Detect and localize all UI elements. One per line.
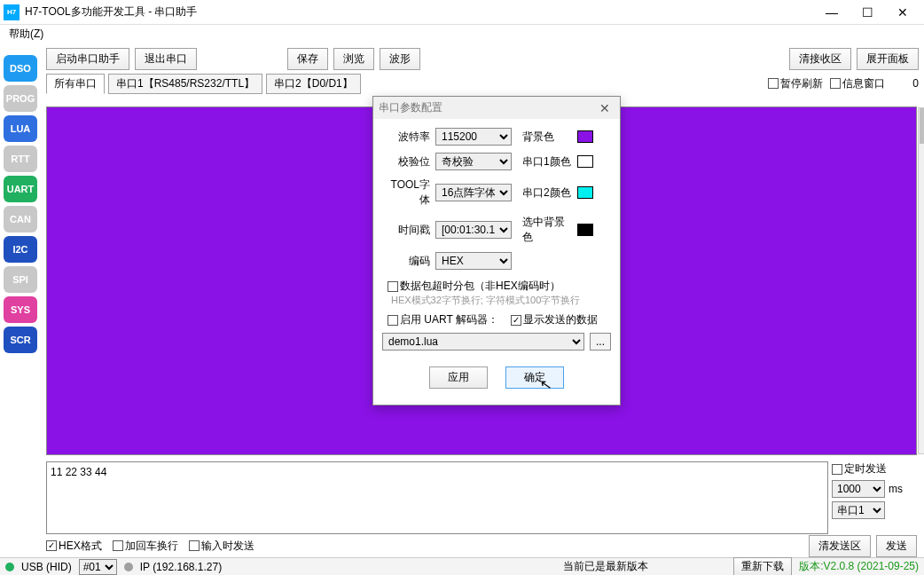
timed-send-label: 定时发送 — [844, 461, 887, 477]
interval-unit: ms — [889, 483, 903, 495]
side-spi[interactable]: SPI — [4, 266, 37, 293]
encoding-select[interactable]: HEX — [435, 252, 512, 270]
show-sent-label: 显示发送的数据 — [523, 312, 598, 327]
info-window-checkbox[interactable]: 信息窗口 — [830, 76, 885, 91]
usb-status-label: USB (HID) — [21, 561, 72, 573]
side-lua[interactable]: LUA — [4, 115, 37, 142]
baud-label: 波特率 — [382, 130, 430, 145]
receive-scrollbar[interactable] — [918, 107, 924, 454]
exit-serial-button[interactable]: 退出串口 — [135, 48, 197, 70]
tab-port2[interactable]: 串口2【D0/D1】 — [266, 74, 361, 94]
side-can[interactable]: CAN — [4, 206, 37, 232]
toolbar: 启动串口助手 退出串口 保存 浏览 波形 清接收区 展开面板 — [0, 44, 924, 74]
version-label: 版本:V2.0.8 (2021-09-25) — [799, 559, 919, 574]
port-tabs: 所有串口 串口1【RS485/RS232/TTL】 串口2【D0/D1】 暂停刷… — [0, 74, 924, 93]
send-on-type-label: 输入时发送 — [201, 539, 254, 554]
hex-format-checkbox[interactable]: HEX格式 — [46, 539, 102, 554]
serial-config-dialog: 串口参数配置 ✕ 波特率 115200 背景色 校验位 奇校验 串口1颜色 TO… — [372, 96, 621, 406]
app-icon: H7 — [4, 4, 20, 20]
add-cr-checkbox[interactable]: 加回车换行 — [113, 539, 178, 554]
pause-refresh-label: 暂停刷新 — [780, 76, 823, 91]
side-prog[interactable]: PROG — [4, 85, 37, 112]
sel-bg-swatch[interactable] — [577, 224, 593, 236]
menu-help[interactable]: 帮助(Z) — [4, 26, 49, 42]
port1-color-swatch[interactable] — [577, 155, 593, 168]
encoding-label: 编码 — [382, 254, 430, 269]
clear-send-button[interactable]: 清发送区 — [809, 535, 871, 557]
tab-port1[interactable]: 串口1【RS485/RS232/TTL】 — [108, 74, 262, 94]
send-button[interactable]: 发送 — [876, 535, 917, 557]
pkt-timeout-checkbox[interactable]: 数据包超时分包（非HEX编码时） — [388, 279, 560, 294]
ok-button[interactable]: 确定 — [505, 366, 564, 389]
add-cr-label: 加回车换行 — [125, 539, 178, 554]
port1-color-label: 串口1颜色 — [522, 154, 572, 169]
enable-decoder-checkbox[interactable]: 启用 UART 解码器： — [388, 312, 498, 327]
side-i2c[interactable]: I2C — [4, 236, 37, 263]
status-bar: USB (HID) #01 IP (192.168.1.27) 当前已是最新版本… — [0, 557, 924, 575]
pause-refresh-checkbox[interactable]: 暂停刷新 — [768, 76, 823, 91]
side-toolstrip: DSO PROG LUA RTT UART CAN I2C SPI SYS SC… — [4, 55, 39, 353]
bg-color-swatch[interactable] — [577, 130, 593, 143]
dialog-close-icon[interactable]: ✕ — [595, 101, 615, 115]
enable-decoder-label: 启用 UART 解码器： — [400, 312, 498, 327]
font-select[interactable]: 16点阵字体 — [435, 184, 512, 201]
interval-select[interactable]: 1000 — [832, 480, 885, 498]
info-window-label: 信息窗口 — [842, 76, 885, 91]
port2-color-swatch[interactable] — [577, 186, 593, 199]
usb-status-dot — [5, 563, 14, 571]
timestamp-label: 时间戳 — [382, 223, 430, 238]
hex-format-label: HEX格式 — [59, 539, 102, 554]
send-text-area[interactable]: 11 22 33 44 — [46, 461, 828, 534]
side-dso[interactable]: DSO — [4, 55, 37, 82]
dialog-title: 串口参数配置 — [379, 100, 442, 115]
byte-counter: 0 — [892, 77, 919, 90]
bg-color-label: 背景色 — [522, 130, 572, 145]
parity-select[interactable]: 奇校验 — [435, 153, 512, 170]
send-text-value: 11 22 33 44 — [51, 466, 106, 478]
send-on-type-checkbox[interactable]: 输入时发送 — [189, 539, 254, 554]
baud-select[interactable]: 115200 — [435, 128, 512, 146]
send-format-row: HEX格式 加回车换行 输入时发送 清发送区 发送 — [46, 536, 917, 555]
expand-panel-button[interactable]: 展开面板 — [857, 48, 919, 70]
start-serial-button[interactable]: 启动串口助手 — [46, 48, 129, 70]
parity-label: 校验位 — [382, 154, 430, 169]
tab-all-ports[interactable]: 所有串口 — [46, 74, 105, 94]
side-scr[interactable]: SCR — [4, 327, 37, 353]
side-sys[interactable]: SYS — [4, 296, 37, 323]
ip-status-dot — [124, 563, 133, 571]
timestamp-select[interactable]: [00:01:30.12 — [435, 221, 512, 239]
decoder-browse-button[interactable]: ... — [590, 333, 611, 351]
menubar: 帮助(Z) — [0, 25, 924, 44]
send-options: 定时发送 1000 ms 串口1 — [832, 461, 917, 534]
timed-send-checkbox[interactable]: 定时发送 — [832, 461, 917, 477]
redownload-button[interactable]: 重新下载 — [733, 557, 792, 575]
side-rtt[interactable]: RTT — [4, 146, 37, 172]
show-sent-checkbox[interactable]: 显示发送的数据 — [511, 312, 598, 327]
sel-bg-label: 选中背景色 — [522, 215, 572, 245]
window-title: H7-TOOL多功能开发工具 - 串口助手 — [25, 4, 814, 20]
browse-button[interactable]: 浏览 — [333, 48, 374, 70]
scrollbar-thumb[interactable] — [920, 108, 924, 144]
send-port-select[interactable]: 串口1 — [832, 501, 885, 519]
decoder-file-select[interactable]: demo1.lua — [382, 333, 584, 351]
ip-status-label: IP (192.168.1.27) — [140, 561, 223, 573]
wrap-hint: HEX模式32字节换行; 字符模式100字节换行 — [391, 294, 611, 307]
addr-select[interactable]: #01 — [79, 559, 117, 575]
font-label: TOOL字体 — [382, 177, 430, 208]
maximize-button[interactable]: ☐ — [850, 0, 885, 25]
wave-button[interactable]: 波形 — [380, 48, 420, 70]
titlebar: H7 H7-TOOL多功能开发工具 - 串口助手 — ☐ ✕ — [0, 0, 924, 25]
clear-recv-button[interactable]: 清接收区 — [789, 48, 851, 70]
close-button[interactable]: ✕ — [885, 0, 920, 25]
pkt-timeout-label: 数据包超时分包（非HEX编码时） — [400, 279, 560, 294]
apply-button[interactable]: 应用 — [429, 366, 488, 389]
dialog-titlebar[interactable]: 串口参数配置 ✕ — [373, 97, 620, 119]
minimize-button[interactable]: — — [814, 0, 850, 25]
side-uart[interactable]: UART — [4, 176, 37, 202]
port2-color-label: 串口2颜色 — [522, 185, 572, 201]
update-status: 当前已是最新版本 — [563, 559, 648, 574]
save-button[interactable]: 保存 — [287, 48, 328, 70]
